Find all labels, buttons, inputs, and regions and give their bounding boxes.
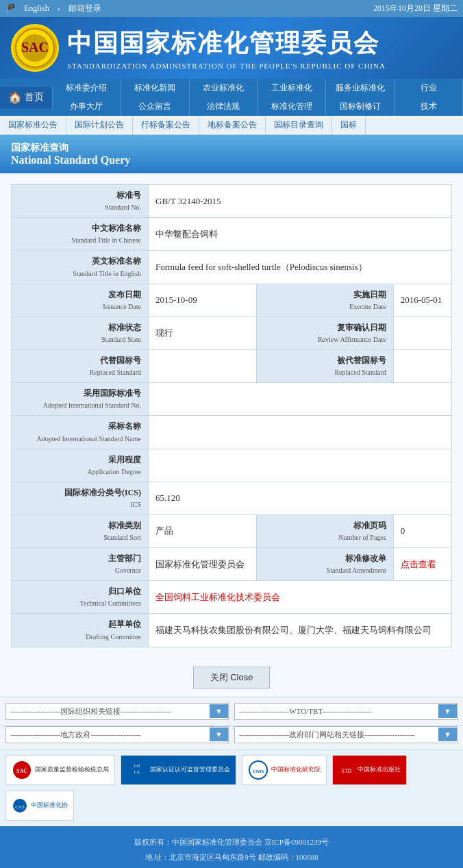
- num-pages-label: 标准页码 Number of Pages: [256, 514, 393, 547]
- issuance-date-label: 发布日期 Issuance Date: [12, 284, 149, 317]
- dropdown-wto-arrow[interactable]: ▼: [438, 704, 457, 718]
- partner-cnca[interactable]: CNCA 国家认证认可监督管理委员会: [121, 755, 236, 785]
- table-row-sort: 标准类别 Standard Sort 产品 标准页码 Number of Pag…: [12, 514, 452, 547]
- partners: SAC 国家质量监督检验检疫总局 CNCA 国家认证认可监督管理委员会 CNIS…: [0, 749, 463, 826]
- table-row-state: 标准状态 Standard State 现行 复审确认日期 Review Aff…: [12, 317, 452, 349]
- topbar-sep: ›: [58, 3, 60, 14]
- adopted-int-name-label: 采标名称 Adopted International Standard Name: [12, 416, 149, 449]
- nav-home-label: 首页: [25, 91, 44, 103]
- flag-icon: 🏴: [5, 3, 16, 14]
- header-title-zh: 中国国家标准化管理委员会: [67, 27, 386, 60]
- governor-label: 主管部门 Governor: [12, 548, 149, 581]
- table-row-standard-no: 标准号 Standard No. GB/T 32140-2015: [12, 185, 452, 218]
- review-date-label: 复审确认日期 Review Affirmance Date: [256, 317, 393, 349]
- page-title-zh: 国家标准查询: [11, 142, 452, 154]
- dropdown-intl-orgs-arrow[interactable]: ▼: [210, 704, 228, 718]
- dropdown-local-gov-arrow[interactable]: ▼: [210, 728, 228, 741]
- dropdown-intl-orgs-label: --------------------国际组织相关链接------------…: [6, 704, 210, 719]
- footer-address: 地 址：北京市海淀区马甸东路9号 邮政编码：100088: [11, 850, 452, 865]
- partner-cas[interactable]: CAS 中国标准化协: [5, 791, 74, 821]
- standard-detail-table: 标准号 Standard No. GB/T 32140-2015 中文标准名称 …: [11, 184, 452, 647]
- table-row-adopted-no: 采用国际标准号 Adopted International Standard N…: [12, 383, 452, 416]
- amendment-link-cell[interactable]: 点击查看: [393, 548, 451, 581]
- table-row-ics: 国际标准分类号(ICS) ICS 65.120: [12, 482, 452, 514]
- page-title-en: National Standard Query: [11, 154, 452, 166]
- num-pages-value: 0: [393, 514, 451, 547]
- title-zh-label: 中文标准名称 Standard Title in Chinese: [12, 218, 149, 251]
- nav-item-1[interactable]: 标准委介绍: [53, 79, 121, 97]
- home-icon: 🏠: [8, 91, 22, 104]
- subnav-item-3[interactable]: 行标备案公告: [133, 116, 199, 134]
- partner-std-press[interactable]: STD 中国标准出版社: [332, 755, 407, 785]
- review-date-value: [393, 317, 451, 349]
- partner-cas-label: 中国标准化协: [31, 802, 68, 810]
- subnav-item-6[interactable]: 国标: [332, 116, 366, 134]
- footer-copyright: 版权所有：中国国家标准化管理委员会 京ICP备09001239号: [11, 834, 452, 850]
- replaced-by-std-label: 被代替国标号 Replaced Standard: [256, 349, 393, 382]
- nav-links: 标准委介绍 标准化新闻 农业标准化 工业标准化 服务业标准化 行业 办事大厅 公…: [53, 79, 463, 116]
- main-nav: 🏠 首页 标准委介绍 标准化新闻 农业标准化 工业标准化 服务业标准化 行业 办…: [0, 79, 463, 116]
- dropdown-local-gov-label: --------------------地方政府----------------…: [6, 727, 210, 743]
- tech-committees-label: 归口单位 Technical Committees: [12, 581, 149, 614]
- nav-item-8[interactable]: 公众留言: [121, 97, 190, 116]
- dropdown-gov-sites[interactable]: --------------------政府部门网站相关链接----------…: [234, 726, 458, 743]
- subnav-item-4[interactable]: 地标备案公告: [199, 116, 266, 134]
- partner-cnis[interactable]: CNIS 中国标准化研究院: [242, 755, 327, 785]
- standard-no-value: GB/T 32140-2015: [149, 185, 452, 218]
- dropdown-gov-sites-label: --------------------政府部门网站相关链接----------…: [235, 727, 438, 743]
- footer-tech1: 网站技术支持：国家标准化管理委员会标准信息中心 010-82262941/287…: [11, 865, 452, 868]
- dropdown-intl-orgs[interactable]: --------------------国际组织相关链接------------…: [5, 703, 229, 720]
- subnav-item-2[interactable]: 国际计划公告: [66, 116, 133, 134]
- dropdown-row: --------------------国际组织相关链接------------…: [0, 697, 463, 726]
- table-row-replaced: 代替国标号 Replaced Standard 被代替国标号 Replaced …: [12, 349, 452, 382]
- issuance-date-value: 2015-10-09: [149, 284, 257, 317]
- nav-item-6[interactable]: 行业: [395, 79, 463, 97]
- main-content: 标准号 Standard No. GB/T 32140-2015 中文标准名称 …: [0, 173, 463, 658]
- footer: 版权所有：中国国家标准化管理委员会 京ICP备09001239号 地 址：北京市…: [0, 826, 463, 868]
- adopted-int-no-label: 采用国际标准号 Adopted International Standard N…: [12, 383, 149, 416]
- site-logo: SAC: [11, 24, 59, 72]
- partner-sac-label: 国家质量监督检验检疫总局: [35, 766, 109, 774]
- adopted-int-no-value: [149, 383, 452, 416]
- table-row-app-degree: 采用程度 Application Degree: [12, 449, 452, 482]
- language-label[interactable]: English: [24, 3, 49, 14]
- standard-no-label: 标准号 Standard No.: [12, 185, 149, 218]
- tech-committees-value[interactable]: 全国饲料工业标准化技术委员会: [149, 581, 452, 614]
- drafting-value: 福建天马科技农集团股份有限公司、厦门大学、福建天马饲料有限公司: [149, 614, 452, 647]
- subnav-item-5[interactable]: 国标目录查询: [266, 116, 332, 134]
- nav-item-10[interactable]: 标准化管理: [258, 97, 327, 116]
- nav-item-3[interactable]: 农业标准化: [190, 79, 258, 97]
- nav-item-7[interactable]: 办事大厅: [53, 97, 121, 116]
- partner-sac[interactable]: SAC 国家质量监督检验检疫总局: [5, 755, 115, 785]
- login-link[interactable]: 邮箱登录: [68, 3, 101, 14]
- standard-state-label: 标准状态 Standard State: [12, 317, 149, 349]
- nav-item-9[interactable]: 法律法规: [190, 97, 258, 116]
- ics-value: 65.120: [149, 482, 452, 514]
- amendment-link[interactable]: 点击查看: [401, 559, 436, 569]
- svg-text:STD: STD: [341, 768, 351, 774]
- nav-item-5[interactable]: 服务业标准化: [326, 79, 395, 97]
- subnav-item-1[interactable]: 国家标准公告: [0, 116, 66, 134]
- dropdown-local-gov[interactable]: --------------------地方政府----------------…: [5, 726, 229, 743]
- nav-item-11[interactable]: 国标制修订: [326, 97, 395, 116]
- page-title-area: 国家标准查询 National Standard Query: [0, 135, 463, 173]
- title-zh-value: 中华鳖配合饲料: [149, 218, 452, 251]
- app-degree-label: 采用程度 Application Degree: [12, 449, 149, 482]
- table-row-drafting: 起草单位 Drafting Committee 福建天马科技农集团股份有限公司、…: [12, 614, 452, 647]
- nav-item-12[interactable]: 技术: [395, 97, 463, 116]
- nav-item-4[interactable]: 工业标准化: [258, 79, 327, 97]
- table-row-dates: 发布日期 Issuance Date 2015-10-09 实施日期 Execu…: [12, 284, 452, 317]
- dropdown-gov-sites-arrow[interactable]: ▼: [438, 728, 457, 741]
- close-button[interactable]: 关闭 Close: [193, 667, 271, 689]
- execute-date-value: 2016-05-01: [393, 284, 451, 317]
- standard-state-value: 现行: [149, 317, 257, 349]
- dropdown-wto[interactable]: --------------------WTO/TBT-------------…: [234, 703, 458, 720]
- header-title: 中国国家标准化管理委员会 STANDARDIZATION ADMINISTRAT…: [67, 27, 386, 70]
- standard-sort-label: 标准类别 Standard Sort: [12, 514, 149, 547]
- nav-home[interactable]: 🏠 首页: [0, 87, 53, 108]
- adopted-int-name-value: [149, 416, 452, 449]
- nav-item-2[interactable]: 标准化新闻: [121, 79, 190, 97]
- replaced-std-value: [149, 349, 257, 382]
- tech-committees-link[interactable]: 全国饲料工业标准化技术委员会: [155, 592, 280, 602]
- replaced-std-label: 代替国标号 Replaced Standard: [12, 349, 149, 382]
